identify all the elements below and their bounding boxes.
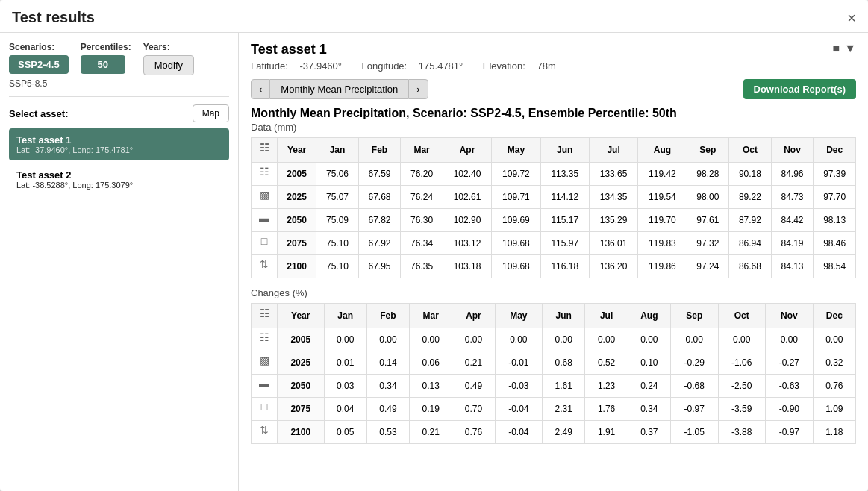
selected-scenario-badge[interactable]: SSP2-4.5	[9, 55, 69, 74]
percentiles-label: Percentiles:	[81, 42, 131, 52]
chg-col-dec: Dec	[813, 304, 855, 328]
changes-row-icon-btn-2[interactable]: ▬	[256, 378, 272, 394]
asset-icons: ■ ▼	[832, 42, 856, 55]
asset-header: Test asset 1 ■ ▼	[251, 42, 856, 57]
data-row-icon-btn-2[interactable]: ▬	[256, 212, 272, 228]
changes-row-icon-3: □	[252, 398, 278, 421]
dropdown-icon[interactable]: ▼	[844, 42, 856, 55]
alt-scenario: SSP5-8.5	[9, 78, 229, 89]
changes-cell-0-1: 0.00	[324, 328, 366, 351]
nav-prev-button[interactable]: ‹	[251, 79, 270, 99]
chart-title: Monthly Mean Precipitation, Scenario: SS…	[251, 107, 856, 120]
changes-cell-3-8: 0.34	[628, 398, 670, 421]
close-button[interactable]: ×	[847, 10, 856, 25]
changes-cell-3-2: 0.49	[366, 398, 409, 421]
data-cell-2-1: 75.09	[316, 209, 359, 232]
changes-cell-4-10: -3.88	[718, 421, 766, 444]
changes-cell-2-5: -0.03	[495, 375, 543, 398]
data-cell-4-7: 136.20	[589, 255, 637, 278]
changes-cell-3-0: 2075	[278, 398, 325, 421]
modify-button[interactable]: Modify	[143, 55, 194, 75]
changes-cell-3-3: 0.19	[410, 398, 452, 421]
changes-row-icon-btn-0[interactable]: ☷	[256, 331, 272, 348]
data-row-icon-btn-0[interactable]: ☷	[256, 166, 272, 182]
col-sep: Sep	[687, 138, 729, 163]
changes-cell-3-1: 0.04	[324, 398, 366, 421]
asset-meta: Latitude: -37.9460° Longitude: 175.4781°…	[251, 60, 856, 72]
asset-coords-2: Lat: -38.5288°, Long: 175.3079°	[16, 181, 222, 190]
changes-cell-2-7: 1.23	[585, 375, 628, 398]
changes-row: ▬20500.030.340.130.49-0.031.611.230.24-0…	[252, 375, 856, 398]
data-cell-3-5: 109.68	[492, 232, 540, 255]
changes-cell-1-1: 0.01	[324, 351, 366, 375]
data-cell-3-0: 2075	[278, 232, 316, 255]
longitude-label: Longitude:	[361, 60, 407, 72]
changes-row-icon-1: ▩	[252, 351, 278, 375]
changes-section-label: Changes (%)	[251, 287, 856, 298]
col-feb: Feb	[358, 138, 401, 163]
changes-row: ☷20050.000.000.000.000.000.000.000.000.0…	[252, 328, 856, 351]
changes-row-icon-btn-4[interactable]: ⇅	[256, 424, 272, 440]
changes-row-icon-btn-3[interactable]: □	[256, 401, 272, 417]
changes-cell-2-4: 0.49	[452, 375, 495, 398]
changes-cell-0-7: 0.00	[585, 328, 628, 351]
nav-bar: ‹ Monthly Mean Precipitation › Download …	[251, 79, 856, 99]
data-cell-3-6: 115.97	[540, 232, 589, 255]
table-view-icon[interactable]: ■	[832, 42, 840, 55]
changes-cell-0-4: 0.00	[452, 328, 495, 351]
chg-col-may: May	[495, 304, 543, 328]
latitude-value: -37.9460°	[300, 60, 343, 72]
data-row-icon-btn-1[interactable]: ▩	[256, 189, 272, 205]
data-cell-2-12: 98.13	[814, 209, 856, 232]
data-cell-2-8: 119.70	[638, 209, 687, 232]
data-row-icon-btn-4[interactable]: ⇅	[256, 258, 272, 275]
col-mar: Mar	[401, 138, 443, 163]
changes-cell-0-12: 0.00	[813, 328, 855, 351]
changes-cell-1-7: 0.52	[585, 351, 628, 375]
asset-name-2: Test asset 2	[16, 169, 222, 181]
data-cell-2-10: 87.92	[729, 209, 772, 232]
data-cell-1-2: 67.68	[358, 186, 401, 209]
chg-col-oct: Oct	[718, 304, 766, 328]
changes-table: ☷ Year Jan Feb Mar Apr May Jun Jul Aug S…	[251, 303, 856, 444]
asset-item-2[interactable]: Test asset 2 Lat: -38.5288°, Long: 175.3…	[9, 163, 229, 196]
data-cell-0-8: 119.42	[638, 163, 687, 186]
data-cell-4-8: 119.86	[638, 255, 687, 278]
download-button[interactable]: Download Report(s)	[743, 79, 857, 99]
data-cell-3-1: 75.10	[316, 232, 359, 255]
col-aug: Aug	[638, 138, 687, 163]
changes-cell-0-9: 0.00	[670, 328, 718, 351]
changes-cell-1-9: -0.29	[670, 351, 718, 375]
map-button[interactable]: Map	[193, 104, 229, 122]
select-asset-label: Select asset:	[9, 108, 69, 119]
changes-row-icon-btn-1[interactable]: ▩	[256, 354, 272, 371]
chg-col-aug: Aug	[628, 304, 670, 328]
data-cell-3-7: 136.01	[589, 232, 637, 255]
changes-cell-4-11: -0.97	[766, 421, 814, 444]
nav-label: Monthly Mean Precipitation	[270, 79, 408, 99]
data-cell-0-1: 75.06	[316, 163, 359, 186]
changes-cell-2-11: -0.63	[766, 375, 814, 398]
data-cell-1-3: 76.24	[401, 186, 443, 209]
col-nov: Nov	[771, 138, 814, 163]
changes-cell-4-5: -0.04	[495, 421, 543, 444]
changes-cell-3-11: -0.90	[766, 398, 814, 421]
col-apr: Apr	[443, 138, 491, 163]
data-cell-1-11: 84.73	[771, 186, 814, 209]
table-icon-header[interactable]: ☷	[256, 142, 272, 158]
col-may: May	[492, 138, 540, 163]
percentile-input[interactable]	[81, 55, 125, 74]
changes-cell-1-2: 0.14	[366, 351, 409, 375]
data-cell-3-9: 97.32	[687, 232, 729, 255]
scenarios-label: Scenarios:	[9, 42, 69, 52]
nav-next-button[interactable]: ›	[408, 79, 428, 99]
asset-item-1[interactable]: Test asset 1 Lat: -37.9460°, Long: 175.4…	[9, 128, 229, 160]
changes-cell-4-1: 0.05	[324, 421, 366, 444]
table-row: □207575.1067.9276.34103.12109.68115.9713…	[252, 232, 856, 255]
col-jul: Jul	[589, 138, 637, 163]
changes-cell-3-4: 0.70	[452, 398, 495, 421]
changes-table-icon[interactable]: ☷	[256, 307, 272, 324]
changes-cell-2-1: 0.03	[324, 375, 366, 398]
chg-col-sep: Sep	[670, 304, 718, 328]
data-row-icon-btn-3[interactable]: □	[256, 235, 272, 251]
